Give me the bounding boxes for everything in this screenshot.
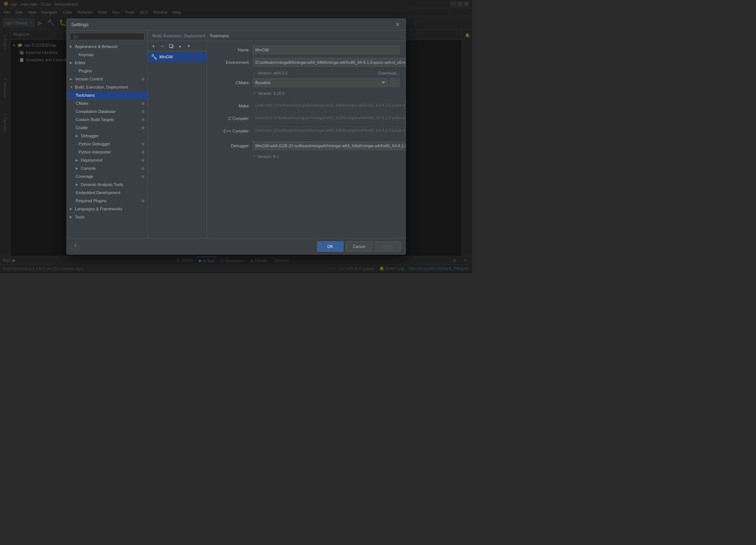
py-interpreter-icon: ⚙ [141,150,145,154]
environment-select[interactable]: D:\software\mingw64\mingw-w64_64bit\ming… [253,58,405,67]
copy-toolchain-btn[interactable] [167,42,175,50]
dialog-title: Settings [71,22,89,27]
sidebar-item-py-debugger[interactable]: Python Debugger ⚙ [67,140,148,148]
sidebar-label-gradle: Gradle [76,125,88,130]
sidebar-label-plugins: Plugins [79,69,92,73]
dialog-body: Appearance & Behavior Keymap Editor Plug… [67,31,405,238]
sidebar-label-vcs: Version Control [75,77,103,81]
sidebar-item-tools[interactable]: Tools [67,213,148,221]
dialog-close-btn[interactable]: ✕ [394,21,401,28]
cmake-settings-icon: ⚙ [141,101,145,106]
sidebar-label-build: Build, Execution, Deployment [75,85,128,89]
help-icon: ? [74,244,77,249]
c-compiler-detected: Detected: D:\software\mingw64\mingw-w64_… [253,114,405,123]
apply-btn[interactable]: Apply [374,241,401,252]
remove-toolchain-btn[interactable]: − [158,42,166,50]
sidebar-item-py-interpreter[interactable]: Python Interpreter ⚙ [67,148,148,156]
breadcrumb-current: Toolchains [210,34,229,38]
toolchain-item-mingw[interactable]: 🔧 MinGW [148,52,207,62]
sidebar-item-deployment[interactable]: Deployment ⚙ [67,156,148,164]
sidebar-label-coverage: Coverage [76,174,93,179]
sidebar-item-console[interactable]: Console ⚙ [67,164,148,172]
arrow-languages [70,207,73,211]
vcs-icon: ⚙ [141,77,145,81]
cmake-ok-icon: ✓ [253,91,256,96]
name-label: Name: [213,48,250,52]
sidebar-item-plugins[interactable]: Plugins [67,67,148,75]
breadcrumb: Build, Execution, Deployment › Toolchain… [148,31,405,41]
arrow-tools [70,215,73,219]
sidebar-item-toolchains[interactable]: Toolchains [67,91,148,99]
sidebar-label-toolchains: Toolchains [76,93,95,97]
cpp-compiler-field: Detected: D:\software\mingw64\mingw-w64_… [253,127,405,135]
sidebar-label-languages: Languages & Frameworks [75,207,122,211]
name-input[interactable] [253,45,400,54]
sidebar-label-required-plugins: Required Plugins [76,199,107,203]
sidebar-label-py-debugger: Python Debugger [79,142,110,146]
config-row-cmake: CMake: Bundled … [213,78,400,87]
sidebar-label-compilation-db: Compilation Database [76,109,115,114]
arrow-editor [70,61,73,65]
environment-label: Environment: [213,60,250,65]
move-down-btn[interactable]: ▼ [185,42,193,50]
breadcrumb-separator: › [207,34,208,38]
breadcrumb-parent[interactable]: Build, Execution, Deployment [152,34,206,38]
sidebar-label-appearance: Appearance & Behavior [75,44,118,49]
settings-tree: Appearance & Behavior Keymap Editor Plug… [67,42,148,238]
settings-dialog: Settings ✕ Appearance & Behavior Keymap [66,18,406,255]
debugger-version-text: Version: 8.1 [258,154,279,159]
dialog-footer: ? OK Cancel Apply [67,238,405,254]
env-ok-icon: ✓ [253,70,256,75]
sidebar-item-languages[interactable]: Languages & Frameworks [67,205,148,213]
sidebar-item-vcs[interactable]: Version Control ⚙ [67,75,148,83]
download-link[interactable]: Download... [378,71,400,75]
sidebar-item-dynamic-analysis[interactable]: Dynamic Analysis Tools [67,180,148,189]
dialog-title-bar: Settings ✕ [67,19,405,31]
cmake-label: CMake: [213,80,250,85]
cmake-select[interactable]: Bundled [253,78,388,87]
sidebar-item-custom-build[interactable]: Custom Build Targets ⚙ [67,115,148,124]
sidebar-item-embedded[interactable]: Embedded Development [67,189,148,197]
sidebar-label-editor: Editor [75,61,86,65]
arrow-debugger [76,134,79,138]
sidebar-item-appearance[interactable]: Appearance & Behavior [67,42,148,51]
sidebar-item-editor[interactable]: Editor [67,59,148,67]
sidebar-label-debugger: Debugger [81,134,99,138]
config-row-cpp-compiler: C++ Compiler: Detected: D:\software\ming… [213,127,400,135]
arrow-build [70,85,73,89]
toolchain-label-mingw: MinGW [159,55,173,59]
gradle-icon: ⚙ [141,126,145,130]
add-toolchain-btn[interactable]: + [149,42,158,50]
sidebar-label-custom-build: Custom Build Targets [76,117,114,122]
ok-btn[interactable]: OK [317,241,344,252]
cancel-btn[interactable]: Cancel [346,241,372,252]
config-panel: Name: Environment: D:\software\mingw64\m… [207,41,405,238]
config-row-debugger: Debugger: MinGW-w64 GDB (D:\software\min… [213,141,400,150]
svg-rect-1 [169,44,172,47]
sidebar-label-tools: Tools [75,215,84,219]
c-compiler-field: Detected: D:\software\mingw64\mingw-w64_… [253,114,405,123]
copy-icon [169,44,174,49]
debugger-select[interactable]: MinGW-w64 GDB (D:\software\mingw64\mingw… [253,141,405,150]
sidebar-item-cmake[interactable]: CMake ⚙ [67,99,148,107]
toolchain-items: 🔧 MinGW [148,51,207,238]
cmake-browse-btn[interactable]: … [389,78,400,87]
environment-field: D:\software\mingw64\mingw-w64_64bit\ming… [253,58,405,67]
sidebar-item-keymap[interactable]: Keymap [67,51,148,59]
sidebar-label-keymap: Keymap [79,52,93,57]
sidebar-item-build[interactable]: Build, Execution, Deployment [67,83,148,91]
toolchain-list-panel: + − ▲ ▼ [148,41,207,238]
sidebar-item-compilation-db[interactable]: Compilation Database ⚙ [67,107,148,115]
sidebar-item-debugger[interactable]: Debugger [67,132,148,140]
help-btn[interactable]: ? [71,242,79,251]
move-up-btn[interactable]: ▲ [176,42,184,50]
sidebar-label-embedded: Embedded Development [76,190,120,195]
sidebar-item-coverage[interactable]: Coverage ⚙ [67,172,148,180]
sidebar-item-gradle[interactable]: Gradle ⚙ [67,124,148,132]
dialog-buttons: OK Cancel Apply [317,241,401,252]
sidebar-label-deployment: Deployment [81,158,103,162]
settings-content: Build, Execution, Deployment › Toolchain… [148,31,405,238]
toolchain-icon-mingw: 🔧 [151,54,157,60]
settings-search-input[interactable] [70,33,145,40]
sidebar-item-required-plugins[interactable]: Required Plugins ⚙ [67,197,148,205]
